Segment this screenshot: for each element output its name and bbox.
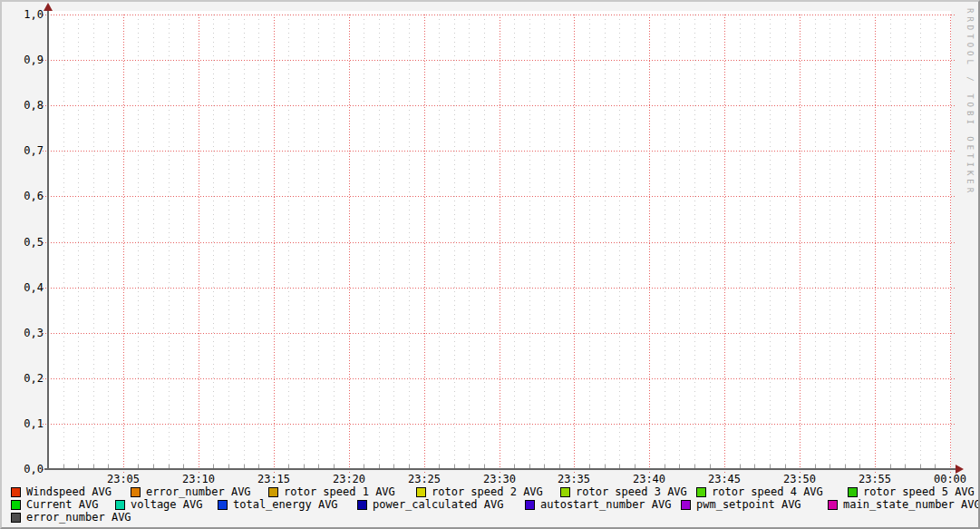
legend-item: total_energy AVG xyxy=(218,499,338,511)
y-tick-label: 0,6 xyxy=(5,190,44,202)
legend-item: rotor speed 1 AVG xyxy=(268,486,395,498)
gridline-major-v xyxy=(123,15,124,473)
x-tick-label: 23:45 xyxy=(695,473,753,485)
gridline-major-v xyxy=(574,15,575,473)
x-tick-label: 23:40 xyxy=(620,473,678,485)
legend-color-swatch xyxy=(696,487,706,497)
legend-item: power_calculated AVG xyxy=(357,499,504,511)
gridline-major-v xyxy=(500,15,500,473)
legend-label: error_number AVG xyxy=(146,486,251,498)
legend-label: Windspeed AVG xyxy=(26,486,112,498)
legend-label: Current AVG xyxy=(26,499,98,511)
legend-label: error_number AVG xyxy=(26,512,131,524)
y-axis-line xyxy=(47,10,49,470)
legend-label: voltage AVG xyxy=(131,499,202,511)
gridline-major-v xyxy=(950,15,951,473)
legend-label: rotor speed 1 AVG xyxy=(284,486,395,498)
legend-color-swatch xyxy=(131,487,141,497)
legend-item: Windspeed AVG xyxy=(11,486,112,498)
legend-label: rotor speed 5 AVG xyxy=(863,486,975,498)
y-tick-label: 0,2 xyxy=(5,372,44,385)
legend-label: power_calculated AVG xyxy=(373,499,504,511)
legend-item: rotor speed 2 AVG xyxy=(416,486,543,498)
gridline-major-h xyxy=(43,196,956,197)
legend-color-swatch xyxy=(681,500,691,510)
legend-label: autostart_number AVG xyxy=(540,499,672,511)
legend-label: pwm_setpoint AVG xyxy=(696,499,801,511)
legend-item: rotor speed 3 AVG xyxy=(560,486,687,498)
y-tick-label: 0,9 xyxy=(5,54,44,66)
gridline-major-h xyxy=(43,333,956,334)
y-tick-label: 0,0 xyxy=(5,463,44,475)
legend-item: voltage AVG xyxy=(115,499,202,511)
x-tick-label: 23:25 xyxy=(395,473,453,485)
y-tick-label: 0,5 xyxy=(5,236,44,249)
legend-color-swatch xyxy=(115,500,125,510)
legend-color-swatch xyxy=(268,487,278,497)
x-tick-label: 23:30 xyxy=(471,473,529,485)
x-tick-label: 23:55 xyxy=(846,473,904,485)
legend-label: main_state_number AVG xyxy=(843,499,980,511)
gridline-major-h xyxy=(43,424,956,425)
legend-color-swatch xyxy=(11,500,21,510)
legend-color-swatch xyxy=(525,500,535,510)
x-tick-label: 23:05 xyxy=(94,473,152,485)
y-tick-label: 0,4 xyxy=(5,281,44,294)
legend-item: rotor speed 4 AVG xyxy=(696,486,823,498)
legend-color-swatch xyxy=(416,487,426,497)
legend-item: autostart_number AVG xyxy=(525,499,672,511)
gridline-major-v xyxy=(800,15,800,473)
gridline-major-v xyxy=(649,15,650,473)
gridline-major-v xyxy=(875,15,876,473)
y-axis-arrow-icon xyxy=(44,3,53,11)
gridline-major-h xyxy=(43,378,956,379)
legend-item: pwm_setpoint AVG xyxy=(681,499,801,511)
legend-color-swatch xyxy=(828,500,838,510)
x-tick-label: 23:20 xyxy=(320,473,378,485)
gridline-major-v xyxy=(424,15,425,473)
legend-item: Current AVG xyxy=(11,499,98,511)
legend-item: main_state_number AVG xyxy=(828,499,980,511)
gridline-major-h xyxy=(43,105,956,106)
gridline-major-h xyxy=(43,15,956,15)
y-tick-label: 0,1 xyxy=(5,417,44,430)
gridline-major-v xyxy=(349,15,350,473)
legend-label: total_energy AVG xyxy=(233,499,338,511)
gridline-major-v xyxy=(274,15,275,473)
legend-color-swatch xyxy=(11,487,21,497)
rrdtool-graph: RRDTOOL / TOBI OETIKER 1,00,90,80,70,60,… xyxy=(0,0,980,529)
y-tick-label: 1,0 xyxy=(5,8,44,21)
legend-color-swatch xyxy=(11,513,21,523)
legend-item: error_number AVG xyxy=(11,512,131,524)
x-tick-label: 23:50 xyxy=(771,473,829,485)
y-tick-label: 0,8 xyxy=(5,99,44,112)
x-tick-label: 23:10 xyxy=(170,473,228,485)
legend-label: rotor speed 3 AVG xyxy=(576,486,687,498)
watermark: RRDTOOL / TOBI OETIKER xyxy=(965,8,975,196)
legend-color-swatch xyxy=(357,500,367,510)
legend-color-swatch xyxy=(560,487,570,497)
y-tick-label: 0,3 xyxy=(5,327,44,339)
gridline-major-h xyxy=(43,288,956,289)
legend-label: rotor speed 4 AVG xyxy=(712,486,823,498)
gridline-major-v xyxy=(724,15,725,473)
legend-color-swatch xyxy=(848,487,858,497)
legend-item: error_number AVG xyxy=(131,486,251,498)
gridline-major-h xyxy=(43,151,956,152)
gridline-major-h xyxy=(43,60,956,61)
legend-color-swatch xyxy=(218,500,228,510)
gridline-major-h xyxy=(43,242,956,243)
gridline-major-v xyxy=(199,15,199,473)
x-tick-label: 00:00 xyxy=(921,473,979,485)
x-axis-line xyxy=(44,468,960,470)
y-tick-label: 0,7 xyxy=(5,144,44,157)
x-tick-label: 23:35 xyxy=(545,473,603,485)
legend-item: rotor speed 5 AVG xyxy=(848,486,975,498)
legend-label: rotor speed 2 AVG xyxy=(432,486,543,498)
x-tick-label: 23:15 xyxy=(245,473,303,485)
